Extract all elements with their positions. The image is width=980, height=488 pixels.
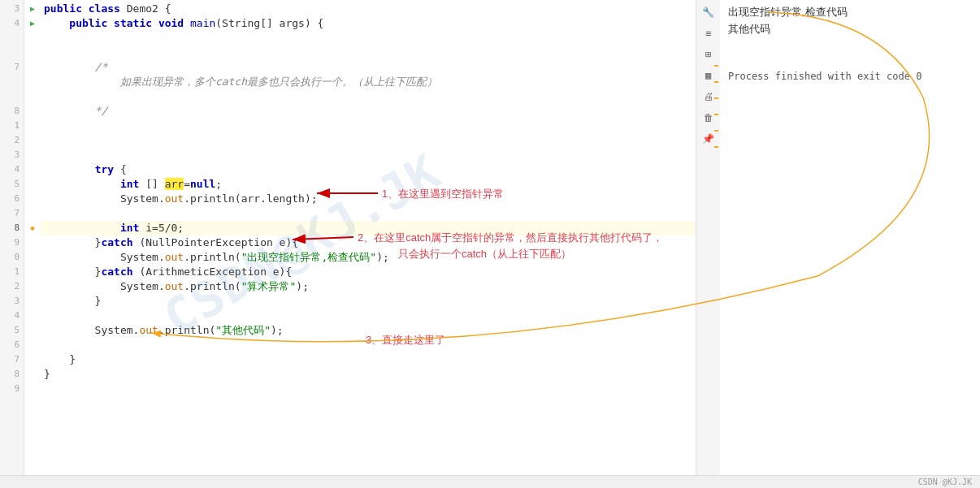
code-line: System.out.println("出现空指针异常,检查代码"); bbox=[41, 250, 696, 265]
annotation-panel: 出现空指针异常,检查代码 其他代码 Process finished with … bbox=[720, 0, 980, 488]
code-line bbox=[41, 148, 696, 162]
run-arrow-empty bbox=[24, 323, 41, 338]
annotation-label-3: 3、直接走这里了 bbox=[366, 333, 445, 348]
run-arrow-empty bbox=[24, 235, 41, 250]
code-line: */ bbox=[41, 104, 696, 119]
line-num: 4 bbox=[0, 309, 24, 323]
run-arrow-empty bbox=[24, 133, 41, 148]
line-num: 7 bbox=[0, 352, 24, 367]
scroll-marker bbox=[714, 65, 718, 67]
code-line: }catch (ArithmeticException e){ bbox=[41, 265, 696, 279]
code-line: System.out.println(arr.length); bbox=[41, 192, 696, 206]
code-line bbox=[41, 119, 696, 133]
run-arrow-empty bbox=[24, 148, 41, 162]
code-line bbox=[41, 45, 696, 60]
line-num: 5 bbox=[0, 323, 24, 338]
code-line bbox=[41, 31, 696, 45]
code-line: public class Demo2 { bbox=[41, 2, 696, 16]
line-num: 6 bbox=[0, 192, 24, 206]
line-num: 8 bbox=[0, 221, 24, 235]
run-arrow[interactable]: ▶ bbox=[24, 16, 41, 31]
line-num: 3 bbox=[0, 294, 24, 309]
scroll-marker bbox=[714, 146, 718, 148]
pin-icon[interactable]: 📌 bbox=[700, 131, 717, 147]
code-line bbox=[41, 309, 696, 323]
run-arrow-empty bbox=[24, 279, 41, 294]
line-num: 1 bbox=[0, 119, 24, 133]
run-indicators: ▶ ▶ ◆ bbox=[24, 0, 41, 488]
run-arrow-empty bbox=[24, 294, 41, 309]
run-arrow-empty bbox=[24, 104, 41, 119]
format-icon[interactable]: ⊞ bbox=[700, 46, 717, 63]
code-line bbox=[41, 89, 696, 104]
run-arrow-empty bbox=[24, 309, 41, 323]
line-num: 3 bbox=[0, 148, 24, 162]
line-num: 2 bbox=[0, 133, 24, 148]
run-arrow-empty bbox=[24, 192, 41, 206]
scroll-marker bbox=[714, 97, 718, 99]
code-line: try { bbox=[41, 162, 696, 177]
run-arrow-empty bbox=[24, 45, 41, 60]
line-num bbox=[0, 45, 24, 60]
scroll-marker bbox=[714, 130, 718, 132]
run-arrow-empty bbox=[24, 250, 41, 265]
right-sidebar: 🔧 ≡ ⊞ ▦ 🖨 🗑 📌 bbox=[696, 0, 720, 488]
scroll-marker bbox=[714, 114, 718, 115]
line-num bbox=[0, 89, 24, 104]
line-num: 1 bbox=[0, 265, 24, 279]
code-area: CSDN@KJ.JK public class Demo2 { public s… bbox=[41, 0, 696, 488]
annotation-output-2: 其他代码 bbox=[728, 21, 980, 38]
line-num: 6 bbox=[0, 338, 24, 352]
annotation-label-2: 2、在这里catch属于空指针的异常，然后直接执行其他打代码了， bbox=[358, 231, 663, 245]
wrench-icon[interactable]: 🔧 bbox=[700, 4, 717, 20]
annotation-output-1: 出现空指针异常,检查代码 bbox=[728, 4, 980, 21]
code-line: /* bbox=[41, 60, 696, 75]
line-num: 4 bbox=[0, 16, 24, 31]
printer-icon[interactable]: 🖨 bbox=[700, 89, 717, 105]
run-arrow-empty bbox=[24, 119, 41, 133]
menu-icon[interactable]: ≡ bbox=[700, 25, 717, 41]
run-arrow-empty bbox=[24, 75, 41, 89]
line-num: 9 bbox=[0, 382, 24, 396]
code-line: } bbox=[41, 352, 696, 367]
code-line: 如果出现异常，多个catch最多也只会执行一个。（从上往下匹配） bbox=[41, 75, 696, 89]
run-arrow-empty bbox=[24, 60, 41, 75]
run-arrow[interactable]: ▶ bbox=[24, 2, 41, 16]
bottom-bar: CSDN @KJ.JK bbox=[0, 475, 980, 488]
code-line bbox=[41, 382, 696, 396]
line-num: 8 bbox=[0, 104, 24, 119]
line-num: 7 bbox=[0, 206, 24, 221]
line-num: 7 bbox=[0, 60, 24, 75]
line-num: 5 bbox=[0, 177, 24, 192]
line-num: 3 bbox=[0, 2, 24, 16]
line-num: 9 bbox=[0, 235, 24, 250]
trash-icon[interactable]: 🗑 bbox=[700, 110, 717, 126]
code-line: int [] arr=null; bbox=[41, 177, 696, 192]
line-numbers: 3 4 7 8 1 2 3 4 5 6 7 8 9 0 1 2 3 4 5 6 … bbox=[0, 0, 24, 488]
code-line bbox=[41, 206, 696, 221]
line-num: 0 bbox=[0, 250, 24, 265]
line-num bbox=[0, 75, 24, 89]
code-line: System.out.println("算术异常"); bbox=[41, 279, 696, 294]
run-arrow-empty bbox=[24, 89, 41, 104]
run-arrow-empty bbox=[24, 265, 41, 279]
run-arrow-empty bbox=[24, 162, 41, 177]
annotation-label-1: 1、在这里遇到空指针异常 bbox=[382, 187, 504, 201]
code-line bbox=[41, 133, 696, 148]
code-line: public static void main(String[] args) { bbox=[41, 16, 696, 31]
annotation-label-2b: 只会执行一个catch（从上往下匹配） bbox=[398, 247, 571, 261]
run-arrow-empty bbox=[24, 177, 41, 192]
terminal-output: Process finished with exit code 0 bbox=[728, 71, 980, 82]
line-num bbox=[0, 31, 24, 45]
code-line: } bbox=[41, 367, 696, 382]
run-arrow-empty: ◆ bbox=[24, 221, 41, 235]
footer-label: CSDN @KJ.JK bbox=[918, 477, 972, 486]
line-num: 2 bbox=[0, 279, 24, 294]
line-num: 8 bbox=[0, 367, 24, 382]
scroll-marker bbox=[714, 81, 718, 83]
line-num: 4 bbox=[0, 162, 24, 177]
run-arrow-empty bbox=[24, 206, 41, 221]
code-line: } bbox=[41, 294, 696, 309]
run-arrow-empty bbox=[24, 31, 41, 45]
